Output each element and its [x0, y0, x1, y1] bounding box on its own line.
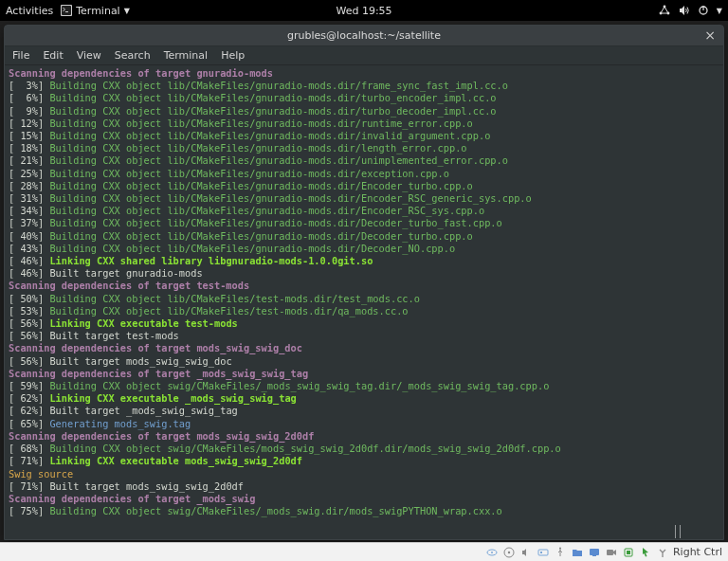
svg-rect-19 — [627, 551, 630, 554]
power-icon — [698, 5, 709, 16]
window-titlebar[interactable]: grubles@localhost:~/satellite × — [5, 26, 723, 46]
svg-rect-17 — [607, 550, 613, 555]
window-title: grubles@localhost:~/satellite — [287, 29, 441, 42]
app-menu-label: Terminal — [76, 5, 120, 17]
menu-search[interactable]: Search — [115, 49, 151, 62]
vm-harddisk-icon[interactable] — [485, 546, 499, 559]
vm-cpu-icon[interactable] — [622, 546, 635, 559]
close-button[interactable]: × — [702, 27, 718, 43]
text-cursor-icon — [675, 525, 681, 538]
vm-status-bar: Right Ctrl — [0, 542, 728, 561]
app-menu-button[interactable]: Terminal ▼ — [61, 5, 130, 17]
volume-icon — [679, 5, 690, 16]
svg-rect-12 — [538, 550, 548, 555]
chevron-down-icon: ▼ — [717, 7, 722, 15]
gnome-top-bar: Activities Terminal ▼ Wed 19:55 ▼ — [0, 0, 728, 21]
svg-rect-13 — [540, 552, 542, 553]
chevron-down-icon: ▼ — [124, 7, 130, 15]
menu-help[interactable]: Help — [221, 49, 245, 62]
network-icon — [658, 5, 671, 16]
vm-mouse-icon[interactable] — [639, 546, 652, 559]
terminal-window: grubles@localhost:~/satellite × File Edi… — [4, 25, 724, 540]
vm-hostkey-label: Right Ctrl — [673, 546, 722, 558]
clock[interactable]: Wed 19:55 — [336, 5, 391, 17]
vm-hostkey-icon — [656, 546, 669, 559]
vm-network-icon[interactable] — [537, 546, 550, 559]
activities-button[interactable]: Activities — [6, 5, 53, 17]
menu-view[interactable]: View — [77, 49, 101, 62]
terminal-icon — [61, 5, 72, 16]
menu-bar: File Edit View Search Terminal Help — [5, 46, 723, 65]
menu-file[interactable]: File — [12, 49, 29, 62]
svg-point-9 — [491, 552, 493, 553]
svg-rect-2 — [65, 11, 68, 12]
menu-terminal[interactable]: Terminal — [164, 49, 209, 62]
svg-rect-16 — [592, 555, 596, 556]
system-status-area[interactable]: ▼ — [658, 5, 722, 16]
svg-point-11 — [508, 551, 510, 552]
menu-edit[interactable]: Edit — [43, 49, 63, 62]
vm-audio-icon[interactable] — [519, 546, 533, 559]
vm-usb-icon[interactable] — [554, 546, 567, 559]
vm-recording-icon[interactable] — [605, 546, 618, 559]
svg-point-14 — [559, 547, 561, 549]
vm-optical-icon[interactable] — [502, 546, 516, 559]
svg-rect-15 — [590, 549, 599, 555]
vm-shared-folder-icon[interactable] — [571, 546, 584, 559]
svg-rect-1 — [62, 6, 71, 15]
terminal-output[interactable]: Scanning dependencies of target gnuradio… — [5, 65, 723, 539]
vm-display-icon[interactable] — [588, 546, 601, 559]
svg-rect-7 — [702, 6, 703, 10]
